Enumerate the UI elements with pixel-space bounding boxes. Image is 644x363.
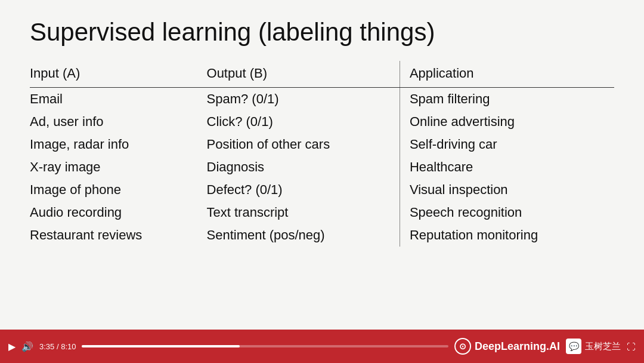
logo-text: DeepLearning.AI: [475, 340, 560, 353]
wechat-area: 💬 玉树芝兰: [566, 339, 621, 354]
deeplearning-icon: ⊙: [454, 338, 471, 355]
cell-output: Sentiment (pos/neg): [207, 224, 400, 247]
table-row: X-ray imageDiagnosisHealthcare: [30, 156, 614, 179]
cell-application: Visual inspection: [400, 179, 614, 201]
table-row: Ad, user infoClick? (0/1)Online advertis…: [30, 110, 614, 133]
wechat-icon: 💬: [566, 339, 581, 354]
cell-input: Email: [30, 88, 207, 111]
cell-application: Reputation monitoring: [400, 224, 614, 247]
play-button[interactable]: ▶: [8, 341, 16, 352]
cell-application: Speech recognition: [400, 201, 614, 224]
slide-title: Supervised learning (labeling things): [30, 18, 614, 47]
col-header-output: Output (B): [207, 61, 400, 88]
wechat-label: 玉树芝兰: [585, 341, 621, 352]
table-row: EmailSpam? (0/1)Spam filtering: [30, 88, 614, 111]
progress-bar[interactable]: [82, 345, 448, 347]
cell-output: Diagnosis: [207, 156, 400, 179]
cell-input: Restaurant reviews: [30, 224, 207, 247]
col-header-input: Input (A): [30, 61, 207, 88]
cell-application: Spam filtering: [400, 88, 614, 111]
table-row: Image, radar infoPosition of other carsS…: [30, 133, 614, 156]
data-table: Input (A) Output (B) Application EmailSp…: [30, 61, 614, 351]
progress-fill: [82, 345, 239, 347]
slide-content: Supervised learning (labeling things) In…: [0, 0, 644, 363]
table-row: Image of phoneDefect? (0/1)Visual inspec…: [30, 179, 614, 201]
fullscreen-button[interactable]: ⛶: [627, 342, 636, 352]
logo-area: ⊙ DeepLearning.AI: [454, 338, 560, 355]
cell-input: X-ray image: [30, 156, 207, 179]
cell-application: Healthcare: [400, 156, 614, 179]
cell-input: Audio recording: [30, 201, 207, 224]
table-row: Restaurant reviewsSentiment (pos/neg)Rep…: [30, 224, 614, 247]
volume-button[interactable]: 🔊: [21, 341, 33, 352]
cell-output: Position of other cars: [207, 133, 400, 156]
player-controls: ▶ 🔊 3:35 / 8:10 ⊙ DeepLearning.AI 💬 玉树芝兰…: [0, 330, 644, 363]
cell-output: Defect? (0/1): [207, 179, 400, 201]
cell-application: Online advertising: [400, 110, 614, 133]
cell-input: Image of phone: [30, 179, 207, 201]
cell-application: Self-driving car: [400, 133, 614, 156]
cell-output: Text transcript: [207, 201, 400, 224]
cell-input: Ad, user info: [30, 110, 207, 133]
cell-output: Click? (0/1): [207, 110, 400, 133]
time-display: 3:35 / 8:10: [39, 342, 76, 351]
table-row: Audio recordingText transcriptSpeech rec…: [30, 201, 614, 224]
cell-input: Image, radar info: [30, 133, 207, 156]
col-header-application: Application: [400, 61, 614, 88]
cell-output: Spam? (0/1): [207, 88, 400, 111]
